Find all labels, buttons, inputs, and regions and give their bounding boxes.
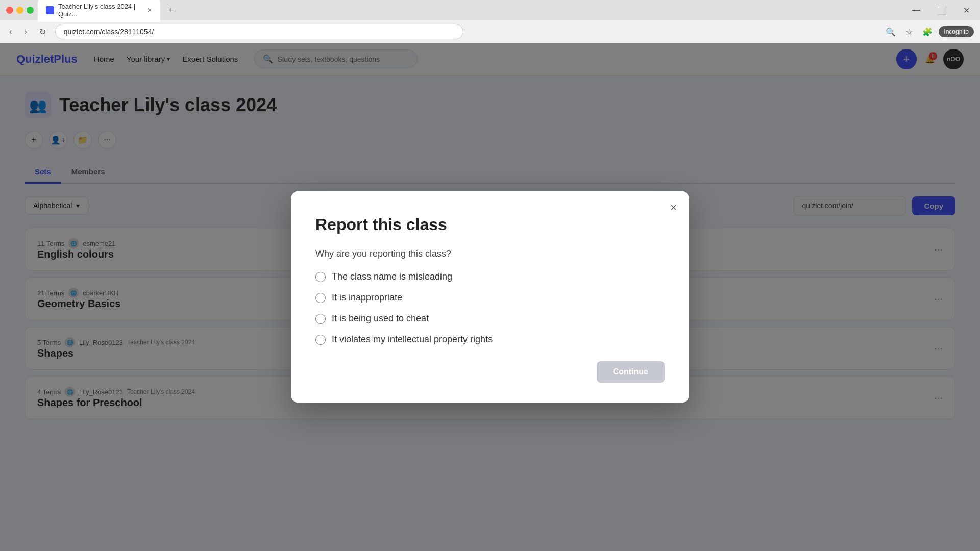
- radio-label-2: It is inappropriate: [332, 292, 402, 303]
- window-close-icon[interactable]: ✕: [959, 6, 974, 15]
- tab-favicon: [46, 6, 54, 14]
- tab-title: Teacher Lily's class 2024 | Quiz...: [58, 3, 141, 18]
- forward-btn[interactable]: ›: [21, 24, 30, 39]
- radio-label-1: The class name is misleading: [332, 271, 452, 282]
- report-modal: × Report this class Why are you reportin…: [291, 191, 689, 403]
- modal-question: Why are you reporting this class?: [315, 248, 665, 259]
- window-maximize-btn[interactable]: [27, 7, 34, 14]
- radio-input-1[interactable]: [315, 272, 326, 282]
- window-close-btn[interactable]: [6, 7, 13, 14]
- browser-toolbar: ‹ › ↻ 🔍 ☆ 🧩 Incognito: [0, 20, 980, 43]
- radio-option-1[interactable]: The class name is misleading: [315, 271, 665, 282]
- window-minimize-btn[interactable]: [16, 7, 23, 14]
- radio-label-4: It violates my intellectual property rig…: [332, 334, 493, 345]
- reload-btn[interactable]: ↻: [36, 24, 49, 40]
- lens-icon[interactable]: 🔍: [884, 24, 898, 39]
- toolbar-right: 🔍 ☆ 🧩 Incognito: [884, 24, 974, 39]
- extension-icon[interactable]: 🧩: [920, 24, 935, 39]
- radio-input-2[interactable]: [315, 293, 326, 303]
- tab-close-btn[interactable]: ✕: [147, 7, 152, 14]
- bookmark-icon[interactable]: ☆: [902, 24, 916, 39]
- browser-titlebar: Teacher Lily's class 2024 | Quiz... ✕ + …: [0, 0, 980, 20]
- modal-title: Report this class: [315, 215, 665, 234]
- browser-controls: [6, 7, 34, 14]
- radio-label-3: It is being used to cheat: [332, 313, 429, 324]
- radio-option-3[interactable]: It is being used to cheat: [315, 313, 665, 324]
- radio-option-4[interactable]: It violates my intellectual property rig…: [315, 334, 665, 345]
- radio-input-3[interactable]: [315, 314, 326, 324]
- modal-footer: Continue: [315, 361, 665, 383]
- incognito-badge[interactable]: Incognito: [939, 26, 974, 37]
- modal-close-btn[interactable]: ×: [670, 201, 677, 214]
- window-controls: — ⬜ ✕: [908, 6, 974, 15]
- address-bar[interactable]: [55, 24, 463, 39]
- browser-tab[interactable]: Teacher Lily's class 2024 | Quiz... ✕: [38, 0, 160, 22]
- radio-input-4[interactable]: [315, 335, 326, 345]
- radio-option-2[interactable]: It is inappropriate: [315, 292, 665, 303]
- window-minimize-icon[interactable]: —: [908, 6, 924, 15]
- window-restore-icon[interactable]: ⬜: [933, 6, 951, 15]
- modal-overlay[interactable]: × Report this class Why are you reportin…: [0, 43, 980, 551]
- continue-btn[interactable]: Continue: [597, 361, 665, 383]
- back-btn[interactable]: ‹: [6, 24, 15, 39]
- new-tab-btn[interactable]: +: [164, 3, 178, 18]
- app-container: QuizletPlus Home Your library ▾ Expert S…: [0, 43, 980, 551]
- browser-chrome: Teacher Lily's class 2024 | Quiz... ✕ + …: [0, 0, 980, 43]
